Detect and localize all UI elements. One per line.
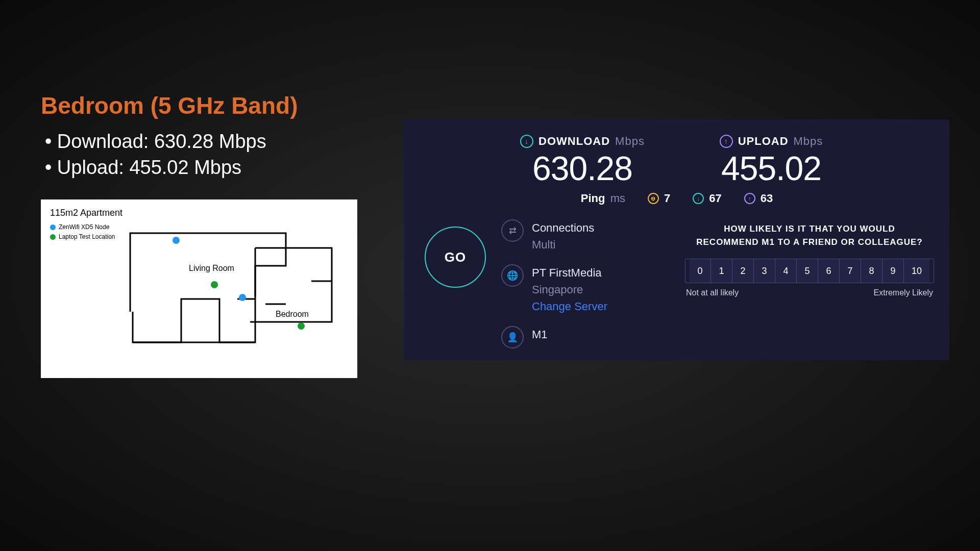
upload-label: UPLOAD xyxy=(738,135,789,148)
isp-name: M1 xyxy=(532,326,548,343)
survey-option-10[interactable]: 10 xyxy=(904,259,929,283)
test-dot-icon xyxy=(50,234,56,240)
upload-unit: Mbps xyxy=(794,135,823,148)
connections-block[interactable]: ⇄ Connections Multi xyxy=(501,219,675,253)
ping-down-icon: ↓ xyxy=(693,193,704,204)
floorplan-drawing: Living Room Bedroom xyxy=(87,225,342,368)
change-server-link[interactable]: Change Server xyxy=(532,298,607,315)
server-block[interactable]: 🌐 PT FirstMedia Singapore Change Server xyxy=(501,264,675,315)
floorplan-title: 115m2 Apartment xyxy=(50,208,348,218)
survey-scale: 0 1 2 3 4 5 6 7 8 9 10 xyxy=(685,259,934,283)
slide-title: Bedroom (5 GHz Band) xyxy=(41,92,368,119)
server-location: Singapore xyxy=(532,281,607,298)
ping-up-icon: ↑ xyxy=(744,193,755,204)
floorplan-panel: 115m2 Apartment ZenWifi XD5 Node Laptop … xyxy=(41,199,357,378)
person-icon: 👤 xyxy=(501,326,524,348)
survey-option-2[interactable]: 2 xyxy=(732,259,754,283)
ping-idle: ⊖ 7 xyxy=(648,192,670,205)
survey-option-8[interactable]: 8 xyxy=(861,259,883,283)
globe-icon: 🌐 xyxy=(501,264,524,287)
node-dot-icon xyxy=(50,224,56,230)
svg-point-7 xyxy=(211,281,218,288)
download-icon: ↓ xyxy=(520,135,533,148)
survey-option-5[interactable]: 5 xyxy=(797,259,818,283)
download-value: 630.28 xyxy=(516,149,649,188)
svg-point-8 xyxy=(298,322,305,330)
go-button[interactable]: GO xyxy=(425,227,486,288)
survey-option-9[interactable]: 9 xyxy=(883,259,904,283)
download-block: ↓ DOWNLOAD Mbps 630.28 xyxy=(516,135,649,188)
upload-icon: ↑ xyxy=(720,135,733,148)
ping-unit: ms xyxy=(610,192,625,205)
survey-label-high: Extremely Likely xyxy=(874,288,933,297)
ping-label: Ping xyxy=(581,192,605,205)
bullet-upload: • Upload: 455.02 Mbps xyxy=(45,155,368,181)
bedroom-label: Bedroom xyxy=(276,310,309,318)
ping-up-value: 63 xyxy=(761,192,773,205)
survey-question: HOW LIKELY IS IT THAT YOU WOULD RECOMMEN… xyxy=(685,222,934,248)
download-unit: Mbps xyxy=(615,135,645,148)
survey-question-l2: RECOMMEND M1 TO A FRIEND OR COLLEAGUE? xyxy=(685,236,934,249)
survey-question-l1: HOW LIKELY IS IT THAT YOU WOULD xyxy=(685,222,934,236)
upload-value: 455.02 xyxy=(705,149,838,188)
bullet-download: • Download: 630.28 Mbps xyxy=(45,129,368,155)
ping-label-group: Ping ms xyxy=(581,192,625,205)
survey-option-4[interactable]: 4 xyxy=(775,259,797,283)
survey-option-3[interactable]: 3 xyxy=(754,259,775,283)
connections-value: Multi xyxy=(532,236,594,253)
svg-point-6 xyxy=(239,294,246,301)
survey-option-0[interactable]: 0 xyxy=(690,259,711,283)
ping-idle-icon: ⊖ xyxy=(648,193,659,204)
download-label: DOWNLOAD xyxy=(538,135,610,148)
survey-option-6[interactable]: 6 xyxy=(818,259,840,283)
survey-label-low: Not at all likely xyxy=(686,288,739,297)
connections-label: Connections xyxy=(532,219,594,236)
ping-idle-value: 7 xyxy=(664,192,670,205)
connections-icon: ⇄ xyxy=(501,219,524,242)
living-room-label: Living Room xyxy=(189,264,234,272)
ping-down: ↓ 67 xyxy=(693,192,721,205)
ping-up: ↑ 63 xyxy=(744,192,773,205)
ping-down-value: 67 xyxy=(709,192,721,205)
isp-block: 👤 M1 xyxy=(501,326,675,348)
survey-scale-labels: Not at all likely Extremely Likely xyxy=(685,288,934,297)
speedtest-panel: ↓ DOWNLOAD Mbps 630.28 ↑ UPLOAD Mbps 455… xyxy=(404,119,949,360)
svg-point-5 xyxy=(173,237,180,244)
survey-option-1[interactable]: 1 xyxy=(711,259,732,283)
server-name: PT FirstMedia xyxy=(532,264,607,281)
upload-block: ↑ UPLOAD Mbps 455.02 xyxy=(705,135,838,188)
survey-option-7[interactable]: 7 xyxy=(840,259,861,283)
